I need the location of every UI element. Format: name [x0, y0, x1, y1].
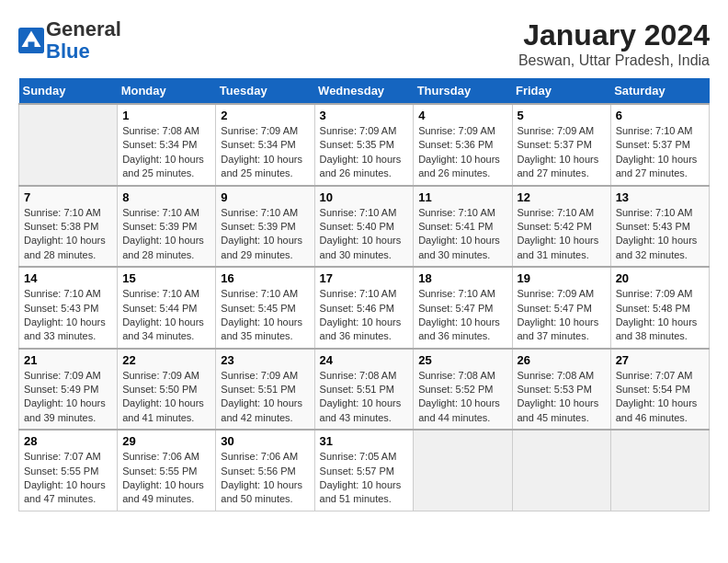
day-cell [19, 104, 118, 186]
logo-icon [18, 28, 44, 53]
day-cell: 23Sunrise: 7:09 AM Sunset: 5:51 PM Dayli… [216, 349, 314, 431]
day-info: Sunrise: 7:10 AM Sunset: 5:46 PM Dayligh… [320, 287, 409, 344]
day-number: 7 [24, 190, 112, 204]
day-cell: 15Sunrise: 7:10 AM Sunset: 5:44 PM Dayli… [118, 267, 216, 349]
col-header-sunday: Sunday [19, 78, 118, 104]
day-cell: 29Sunrise: 7:06 AM Sunset: 5:55 PM Dayli… [118, 430, 216, 511]
col-header-friday: Friday [512, 78, 610, 104]
day-info: Sunrise: 7:08 AM Sunset: 5:34 PM Dayligh… [122, 124, 210, 181]
day-info: Sunrise: 7:09 AM Sunset: 5:51 PM Dayligh… [221, 369, 309, 426]
day-info: Sunrise: 7:09 AM Sunset: 5:50 PM Dayligh… [122, 369, 210, 426]
day-info: Sunrise: 7:10 AM Sunset: 5:47 PM Dayligh… [418, 287, 506, 344]
day-cell: 20Sunrise: 7:09 AM Sunset: 5:48 PM Dayli… [610, 267, 709, 349]
day-info: Sunrise: 7:09 AM Sunset: 5:48 PM Dayligh… [616, 287, 704, 344]
day-cell: 16Sunrise: 7:10 AM Sunset: 5:45 PM Dayli… [216, 267, 314, 349]
week-row-1: 1Sunrise: 7:08 AM Sunset: 5:34 PM Daylig… [19, 104, 710, 186]
day-info: Sunrise: 7:09 AM Sunset: 5:47 PM Dayligh… [518, 287, 606, 344]
day-number: 29 [122, 434, 210, 448]
day-cell: 21Sunrise: 7:09 AM Sunset: 5:49 PM Dayli… [19, 349, 118, 431]
page-subtitle: Beswan, Uttar Pradesh, India [518, 52, 710, 69]
page-title: January 2024 [518, 18, 710, 52]
calendar-table: SundayMondayTuesdayWednesdayThursdayFrid… [18, 78, 710, 511]
day-number: 22 [122, 353, 210, 367]
day-number: 16 [221, 271, 309, 285]
day-number: 30 [221, 434, 309, 448]
day-cell: 22Sunrise: 7:09 AM Sunset: 5:50 PM Dayli… [118, 349, 216, 431]
day-number: 13 [616, 190, 704, 204]
day-info: Sunrise: 7:08 AM Sunset: 5:51 PM Dayligh… [320, 369, 409, 426]
day-cell: 7Sunrise: 7:10 AM Sunset: 5:38 PM Daylig… [19, 186, 118, 268]
day-number: 6 [616, 109, 704, 122]
day-cell: 30Sunrise: 7:06 AM Sunset: 5:56 PM Dayli… [216, 430, 314, 511]
day-info: Sunrise: 7:10 AM Sunset: 5:43 PM Dayligh… [616, 206, 704, 263]
day-info: Sunrise: 7:10 AM Sunset: 5:37 PM Dayligh… [616, 124, 704, 181]
day-cell [512, 430, 610, 511]
logo: General Blue [18, 18, 121, 63]
col-header-tuesday: Tuesday [216, 78, 314, 104]
day-cell: 18Sunrise: 7:10 AM Sunset: 5:47 PM Dayli… [414, 267, 512, 349]
week-row-5: 28Sunrise: 7:07 AM Sunset: 5:55 PM Dayli… [19, 430, 710, 511]
day-cell: 2Sunrise: 7:09 AM Sunset: 5:34 PM Daylig… [216, 104, 314, 186]
day-cell [414, 430, 512, 511]
day-info: Sunrise: 7:10 AM Sunset: 5:45 PM Dayligh… [221, 287, 309, 344]
day-number: 3 [320, 109, 409, 122]
day-number: 12 [518, 190, 606, 204]
week-row-3: 14Sunrise: 7:10 AM Sunset: 5:43 PM Dayli… [19, 267, 710, 349]
day-info: Sunrise: 7:09 AM Sunset: 5:49 PM Dayligh… [24, 369, 112, 426]
day-info: Sunrise: 7:09 AM Sunset: 5:34 PM Dayligh… [221, 124, 309, 181]
day-number: 14 [24, 271, 112, 285]
day-cell: 6Sunrise: 7:10 AM Sunset: 5:37 PM Daylig… [610, 104, 709, 186]
col-header-monday: Monday [118, 78, 216, 104]
day-number: 8 [122, 190, 210, 204]
day-cell: 3Sunrise: 7:09 AM Sunset: 5:35 PM Daylig… [314, 104, 414, 186]
day-cell: 5Sunrise: 7:09 AM Sunset: 5:37 PM Daylig… [512, 104, 610, 186]
col-header-wednesday: Wednesday [314, 78, 414, 104]
col-header-saturday: Saturday [610, 78, 709, 104]
day-number: 28 [24, 434, 112, 448]
page-header: General Blue January 2024 Beswan, Uttar … [18, 18, 710, 69]
day-cell: 4Sunrise: 7:09 AM Sunset: 5:36 PM Daylig… [414, 104, 512, 186]
day-number: 26 [518, 353, 606, 367]
col-header-thursday: Thursday [414, 78, 512, 104]
day-number: 23 [221, 353, 309, 367]
day-cell: 8Sunrise: 7:10 AM Sunset: 5:39 PM Daylig… [118, 186, 216, 268]
day-number: 25 [418, 353, 506, 367]
day-cell: 10Sunrise: 7:10 AM Sunset: 5:40 PM Dayli… [314, 186, 414, 268]
day-info: Sunrise: 7:08 AM Sunset: 5:52 PM Dayligh… [418, 369, 506, 426]
day-info: Sunrise: 7:10 AM Sunset: 5:39 PM Dayligh… [122, 206, 210, 263]
day-number: 31 [320, 434, 409, 448]
day-number: 4 [418, 109, 506, 122]
day-cell: 9Sunrise: 7:10 AM Sunset: 5:39 PM Daylig… [216, 186, 314, 268]
day-cell: 26Sunrise: 7:08 AM Sunset: 5:53 PM Dayli… [512, 349, 610, 431]
day-number: 10 [320, 190, 409, 204]
day-cell: 12Sunrise: 7:10 AM Sunset: 5:42 PM Dayli… [512, 186, 610, 268]
logo-blue: Blue [46, 40, 90, 63]
day-number: 9 [221, 190, 309, 204]
day-info: Sunrise: 7:09 AM Sunset: 5:35 PM Dayligh… [320, 124, 409, 181]
day-number: 15 [122, 271, 210, 285]
day-info: Sunrise: 7:08 AM Sunset: 5:53 PM Dayligh… [518, 369, 606, 426]
week-row-2: 7Sunrise: 7:10 AM Sunset: 5:38 PM Daylig… [19, 186, 710, 268]
day-cell [610, 430, 709, 511]
day-info: Sunrise: 7:10 AM Sunset: 5:38 PM Dayligh… [24, 206, 112, 263]
week-row-4: 21Sunrise: 7:09 AM Sunset: 5:49 PM Dayli… [19, 349, 710, 431]
day-info: Sunrise: 7:09 AM Sunset: 5:37 PM Dayligh… [518, 124, 606, 181]
day-info: Sunrise: 7:10 AM Sunset: 5:39 PM Dayligh… [221, 206, 309, 263]
day-number: 27 [616, 353, 704, 367]
day-cell: 11Sunrise: 7:10 AM Sunset: 5:41 PM Dayli… [414, 186, 512, 268]
day-info: Sunrise: 7:05 AM Sunset: 5:57 PM Dayligh… [320, 450, 409, 507]
day-cell: 25Sunrise: 7:08 AM Sunset: 5:52 PM Dayli… [414, 349, 512, 431]
day-info: Sunrise: 7:10 AM Sunset: 5:41 PM Dayligh… [418, 206, 506, 263]
day-info: Sunrise: 7:07 AM Sunset: 5:55 PM Dayligh… [24, 450, 112, 507]
day-info: Sunrise: 7:09 AM Sunset: 5:36 PM Dayligh… [418, 124, 506, 181]
day-cell: 24Sunrise: 7:08 AM Sunset: 5:51 PM Dayli… [314, 349, 414, 431]
logo-general: General [46, 17, 121, 40]
day-number: 18 [418, 271, 506, 285]
day-number: 24 [320, 353, 409, 367]
day-number: 19 [518, 271, 606, 285]
day-cell: 17Sunrise: 7:10 AM Sunset: 5:46 PM Dayli… [314, 267, 414, 349]
day-info: Sunrise: 7:06 AM Sunset: 5:55 PM Dayligh… [122, 450, 210, 507]
day-number: 17 [320, 271, 409, 285]
day-cell: 27Sunrise: 7:07 AM Sunset: 5:54 PM Dayli… [610, 349, 709, 431]
day-number: 21 [24, 353, 112, 367]
